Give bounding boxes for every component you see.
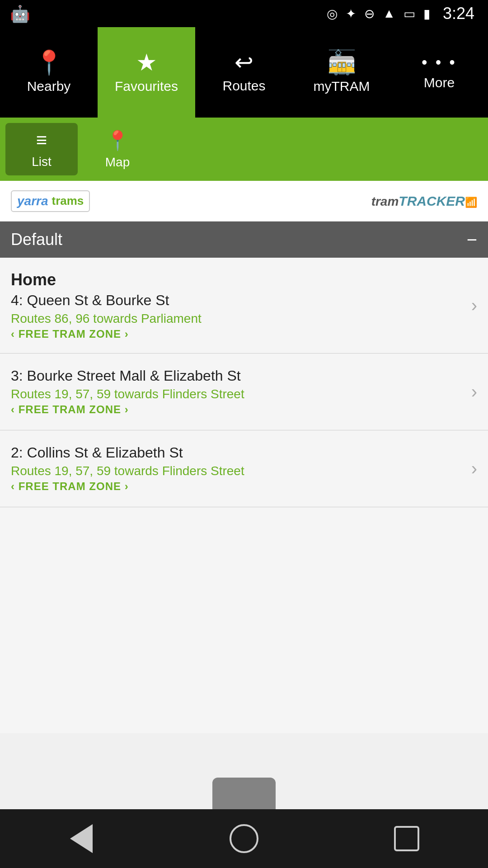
back-button[interactable]	[54, 821, 108, 857]
item-routes-3: Routes 19, 57, 59 towards Flinders Stree…	[11, 464, 464, 478]
home-button[interactable]	[217, 821, 271, 857]
item-routes-2: Routes 19, 57, 59 towards Flinders Stree…	[11, 387, 464, 401]
list-item[interactable]: 2: Collins St & Elizabeth St Routes 19, …	[0, 430, 488, 507]
list-item[interactable]: Home 4: Queen St & Bourke St Routes 86, …	[0, 258, 488, 354]
item-stop-2: 3: Bourke Street Mall & Elizabeth St	[11, 368, 464, 384]
mytram-icon: 🚋	[327, 51, 357, 74]
favourites-list: Home 4: Queen St & Bourke St Routes 86, …	[0, 258, 488, 507]
list-item-content: Home 4: Queen St & Bourke St Routes 86, …	[11, 270, 464, 340]
nearby-icon: 📍	[34, 51, 64, 74]
item-ftz-3: ‹ FREE TRAM ZONE ›	[11, 480, 464, 493]
empty-content	[0, 507, 488, 733]
app-icon: 🤖	[10, 5, 30, 24]
map-icon: 📍	[106, 129, 129, 151]
item-arrow-3: ›	[471, 458, 477, 479]
tab-nearby[interactable]: 📍 Nearby	[0, 27, 98, 118]
tab-favourites-label: Favourites	[115, 79, 178, 94]
battery-icon: ▮	[423, 6, 430, 21]
item-ftz-1: ‹ FREE TRAM ZONE ›	[11, 328, 464, 340]
tracker-logo: tramTRACKER📶	[371, 193, 477, 209]
section-header: Default −	[0, 222, 488, 258]
bottom-hint-overlay	[212, 778, 276, 809]
tab-favourites[interactable]: ★ Favourites	[98, 27, 195, 118]
map-view-button[interactable]: 📍 Map	[81, 123, 154, 175]
tab-more-label: More	[424, 75, 455, 90]
home-icon	[230, 824, 258, 853]
tab-mytram[interactable]: 🚋 myTRAM	[293, 27, 390, 118]
map-button-label: Map	[105, 155, 130, 170]
list-icon: ≡	[36, 129, 47, 151]
yarra-box: yarra trams	[11, 190, 90, 212]
location-icon: ◎	[327, 6, 338, 21]
tab-nearby-label: Nearby	[27, 79, 71, 94]
collapse-section-button[interactable]: −	[467, 230, 477, 250]
tab-routes-label: Routes	[222, 78, 265, 94]
wifi-icon: ▲	[383, 6, 395, 21]
item-home-label: Home	[11, 270, 464, 289]
trams-text: trams	[52, 194, 84, 208]
tab-routes[interactable]: ↩ Routes	[195, 27, 293, 118]
item-arrow-1: ›	[471, 295, 477, 316]
sim-icon: ▭	[404, 6, 415, 21]
top-nav: 📍 Nearby ★ Favourites ↩ Routes 🚋 myTRAM …	[0, 27, 488, 118]
item-routes-1: Routes 86, 96 towards Parliament	[11, 311, 464, 326]
back-icon	[70, 824, 93, 853]
item-stop-1: 4: Queen St & Bourke St	[11, 292, 464, 309]
minus-circle-icon: ⊖	[364, 6, 375, 21]
list-item[interactable]: 3: Bourke Street Mall & Elizabeth St Rou…	[0, 354, 488, 430]
list-item-content: 3: Bourke Street Mall & Elizabeth St Rou…	[11, 368, 464, 416]
branding-bar: yarra trams tramTRACKER📶	[0, 181, 488, 222]
routes-icon: ↩	[235, 51, 253, 74]
item-arrow-2: ›	[471, 382, 477, 402]
section-title: Default	[11, 230, 62, 249]
item-stop-3: 2: Collins St & Elizabeth St	[11, 444, 464, 461]
yarra-logo: yarra trams	[11, 190, 90, 212]
recents-button[interactable]	[380, 821, 434, 857]
item-ftz-2: ‹ FREE TRAM ZONE ›	[11, 403, 464, 416]
status-icons: ◎ ✦ ⊖ ▲ ▭ ▮ 3:24	[327, 4, 474, 23]
status-time: 3:24	[443, 4, 474, 23]
tab-more[interactable]: • • • More	[390, 27, 488, 118]
more-icon: • • •	[422, 54, 457, 71]
list-view-button[interactable]: ≡ List	[5, 123, 78, 175]
bluetooth-icon: ✦	[346, 6, 356, 21]
tab-mytram-label: myTRAM	[314, 79, 370, 94]
bottom-nav	[0, 809, 488, 868]
list-item-content: 2: Collins St & Elizabeth St Routes 19, …	[11, 444, 464, 493]
recents-icon	[394, 826, 419, 851]
favourites-icon: ★	[136, 51, 157, 74]
sub-nav: ≡ List 📍 Map	[0, 118, 488, 181]
list-button-label: List	[32, 155, 52, 169]
status-bar: 🤖 ◎ ✦ ⊖ ▲ ▭ ▮ 3:24	[0, 0, 488, 27]
yarra-text: yarra	[17, 194, 48, 208]
